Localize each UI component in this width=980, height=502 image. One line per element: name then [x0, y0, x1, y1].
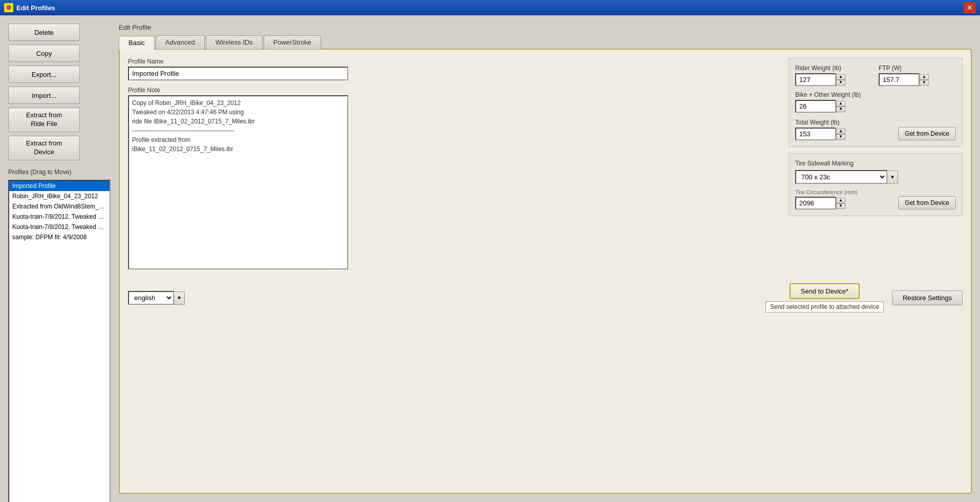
language-container: english french german ▼	[128, 291, 185, 305]
rider-weight-down[interactable]: ▼	[836, 80, 845, 86]
ftp-label: FTP (W)	[879, 65, 956, 72]
language-dropdown-arrow[interactable]: ▼	[174, 291, 185, 305]
profile-item[interactable]: Extracted from OldWind8Stem_01_	[9, 201, 110, 212]
rider-weight-up[interactable]: ▲	[836, 74, 845, 80]
rider-ftp-row: Rider Weight (lb) ▲ ▼ F	[795, 65, 956, 86]
language-select[interactable]: english french german	[128, 291, 174, 305]
rider-weight-label: Rider Weight (lb)	[795, 65, 872, 72]
bike-weight-spinner: ▲ ▼	[795, 100, 956, 113]
tire-circ-up[interactable]: ▲	[836, 198, 845, 203]
rider-weight-spinner: ▲ ▼	[795, 73, 872, 86]
total-weight-input[interactable]	[795, 128, 836, 140]
profiles-list[interactable]: Imported Profile Robin_JRH_iBike_04_23_2…	[9, 181, 110, 502]
edit-profile-label: Edit Profile	[119, 24, 972, 31]
rider-weight-input[interactable]	[795, 73, 836, 86]
ftp-down[interactable]: ▼	[920, 80, 929, 86]
tire-circ-label: Tire Circumference (mm)	[795, 189, 892, 195]
bike-weight-input[interactable]	[795, 100, 836, 113]
profile-name-row: Profile Name	[128, 58, 780, 80]
ftp-input[interactable]	[879, 73, 920, 86]
total-weight-group: Total Weight (lb) ▲ ▼	[795, 119, 892, 140]
get-from-device-weight-button[interactable]: Get from Device	[898, 127, 956, 140]
left-panel: Delete Copy Export... Import... Extract …	[8, 24, 111, 494]
ftp-spinner: ▲ ▼	[879, 73, 956, 86]
send-to-device-button[interactable]: Send to Device*	[790, 283, 860, 299]
bike-weight-label: Bike + Other Weight (lb)	[795, 91, 956, 98]
import-button[interactable]: Import...	[8, 87, 80, 104]
total-weight-label: Total Weight (lb)	[795, 119, 892, 126]
app-icon: ⚙	[4, 3, 13, 12]
tire-select-row: 700 x 23c 700 x 25c 700 x 28c 700 x 32c …	[795, 170, 956, 184]
right-panel: Edit Profile Basic Advanced Wireless IDs…	[119, 24, 972, 494]
total-weight-spinner: ▲ ▼	[795, 128, 892, 140]
tab-wireless-ids[interactable]: Wireless IDs	[206, 35, 263, 49]
send-tooltip: Send selected profile to attached device	[765, 301, 884, 312]
tabs-container: Basic Advanced Wireless IDs PowerStroke	[119, 35, 972, 49]
get-from-device-tire-button[interactable]: Get from Device	[898, 196, 956, 210]
tire-sidewall-label: Tire Sidewall Marking	[795, 160, 956, 167]
export-button[interactable]: Export...	[8, 66, 80, 83]
tire-circ-spinners: ▲ ▼	[836, 198, 845, 209]
profiles-section: Profiles (Drag to Move) Imported Profile…	[8, 169, 111, 502]
profiles-list-container: Imported Profile Robin_JRH_iBike_04_23_2…	[8, 180, 111, 502]
bike-weight-spinners: ▲ ▼	[836, 101, 845, 112]
profile-name-input[interactable]	[128, 67, 348, 80]
profile-item[interactable]: Imported Profile	[9, 181, 110, 191]
close-button[interactable]: ✕	[964, 2, 976, 13]
total-weight-spinners: ▲ ▼	[836, 129, 845, 140]
tire-box: Tire Sidewall Marking 700 x 23c 700 x 25…	[789, 153, 963, 216]
tire-circ-input[interactable]	[795, 197, 836, 210]
tab-basic[interactable]: Basic	[119, 36, 155, 50]
tire-dropdown-arrow[interactable]: ▼	[887, 171, 898, 184]
profile-item[interactable]: Kuota-train-7/8/2012, Tweaked 8/27/2012	[9, 212, 110, 222]
profile-note-textarea[interactable]: Copy of Robin_JRH_iBike_04_23_2012 Tweak…	[128, 95, 348, 269]
total-weight-down[interactable]: ▼	[836, 134, 845, 140]
tire-circ-spinner: ▲ ▼	[795, 197, 892, 210]
bike-weight-down[interactable]: ▼	[836, 107, 845, 112]
profile-item[interactable]: Kuota-train-7/8/2012, Tweaked 8/27/2012	[9, 222, 110, 232]
ftp-up[interactable]: ▲	[920, 74, 929, 80]
copy-button[interactable]: Copy	[8, 45, 80, 62]
tire-circ-down[interactable]: ▼	[836, 203, 845, 209]
tab-powerstroke[interactable]: PowerStroke	[264, 35, 321, 49]
profile-note-label: Profile Note	[128, 87, 780, 94]
delete-button[interactable]: Delete	[8, 24, 80, 41]
profiles-label: Profiles (Drag to Move)	[8, 169, 111, 176]
profile-name-label: Profile Name	[128, 58, 780, 65]
tire-sidewall-select[interactable]: 700 x 23c 700 x 25c 700 x 28c 700 x 32c	[795, 170, 887, 184]
extract-device-button[interactable]: Extract fromDevice	[8, 136, 80, 160]
ftp-group: FTP (W) ▲ ▼	[879, 65, 956, 86]
content-right: Rider Weight (lb) ▲ ▼ F	[789, 58, 963, 277]
bike-weight-up[interactable]: ▲	[836, 101, 845, 107]
content-area: Profile Name Profile Note Copy of Robin_…	[119, 49, 972, 494]
profile-item[interactable]: sample: DFPM fit: 4/9/2008	[9, 232, 110, 242]
tire-circ-row: Tire Circumference (mm) ▲ ▼ Get from Dev	[795, 189, 956, 210]
total-weight-up[interactable]: ▲	[836, 129, 845, 134]
window-title: Edit Profiles	[16, 4, 964, 12]
profile-note-row: Profile Note Copy of Robin_JRH_iBike_04_…	[128, 87, 780, 271]
weight-box: Rider Weight (lb) ▲ ▼ F	[789, 58, 963, 147]
rider-weight-group: Rider Weight (lb) ▲ ▼	[795, 65, 872, 86]
content-left: Profile Name Profile Note Copy of Robin_…	[128, 58, 780, 277]
profile-item[interactable]: Robin_JRH_iBike_04_23_2012	[9, 191, 110, 201]
content-main: Profile Name Profile Note Copy of Robin_…	[128, 58, 963, 277]
bottom-bar: english french german ▼ Send to Device* …	[128, 277, 963, 312]
total-weight-row: Total Weight (lb) ▲ ▼ Get from Device	[795, 119, 956, 140]
extract-ride-button[interactable]: Extract fromRide File	[8, 108, 80, 132]
rider-weight-spinners: ▲ ▼	[836, 74, 845, 86]
restore-settings-button[interactable]: Restore Settings	[892, 290, 963, 305]
tire-circ-group: Tire Circumference (mm) ▲ ▼	[795, 189, 892, 210]
main-container: Delete Copy Export... Import... Extract …	[0, 15, 980, 502]
tab-advanced[interactable]: Advanced	[156, 35, 205, 49]
bike-weight-row: Bike + Other Weight (lb) ▲ ▼	[795, 91, 956, 113]
ftp-spinners: ▲ ▼	[920, 74, 929, 86]
title-bar: ⚙ Edit Profiles ✕	[0, 0, 980, 15]
